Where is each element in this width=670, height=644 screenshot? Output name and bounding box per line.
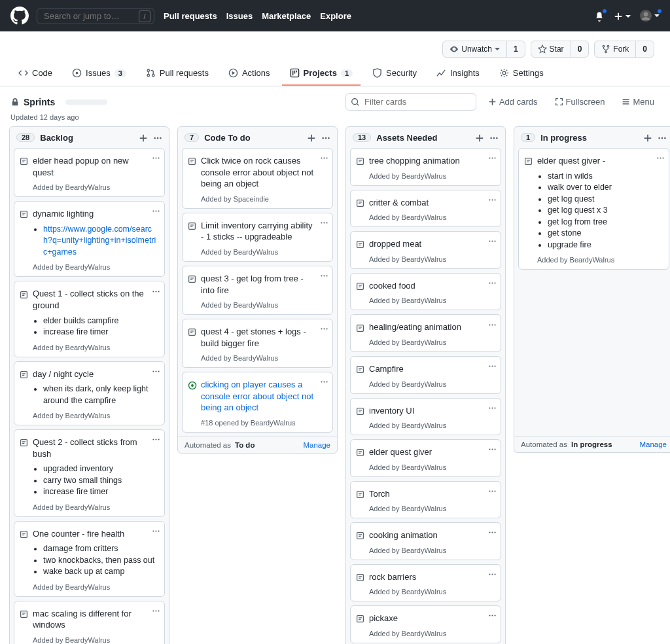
card-menu-button[interactable] [488,236,497,245]
tab-projects[interactable]: Projects1 [282,63,361,86]
manage-automation-link[interactable]: Manage [303,441,330,449]
card-menu-button[interactable] [488,194,497,204]
column-menu-button[interactable] [153,132,162,143]
tab-settings[interactable]: Settings [491,63,552,86]
card[interactable]: dropped meatAdded by BeardyWalrus [350,231,501,269]
card[interactable]: Quest 1 - collect sticks on the groundel… [14,281,165,357]
card-menu-button[interactable] [488,444,497,454]
card[interactable]: mac scaling is different for windowsAdde… [14,601,165,644]
card-menu-button[interactable] [152,605,160,615]
column-menu-button[interactable] [658,132,667,143]
card-menu-button[interactable] [320,270,328,280]
card-menu-button[interactable] [152,366,160,376]
card-menu-button[interactable] [488,527,497,537]
card[interactable]: elder quest giverAdded by BeardyWalrus [350,439,501,477]
card-issue[interactable]: clicking on player causes a console erro… [182,372,333,433]
card-menu-button[interactable] [152,152,160,162]
global-search[interactable]: / [37,8,154,24]
svg-point-20 [158,158,160,159]
card-menu-button[interactable] [152,206,160,215]
fork-button[interactable]: Fork 0 [594,41,654,58]
card-menu-button[interactable] [488,319,497,329]
card[interactable]: CampfireAdded by BeardyWalrus [350,356,501,394]
card[interactable]: Limit inventory carrying ability - 1 sti… [182,213,333,262]
notifications-icon[interactable] [594,10,605,21]
column-add-card-button[interactable] [643,132,652,143]
card[interactable]: cooked foodAdded by BeardyWalrus [350,273,501,311]
card-menu-button[interactable] [488,402,497,412]
note-icon [20,289,28,298]
card[interactable]: TorchAdded by BeardyWalrus [350,481,501,519]
unwatch-button[interactable]: Unwatch 1 [442,41,525,58]
menu-button[interactable]: Menu [616,94,660,109]
card-menu-button[interactable] [152,285,160,295]
tab-issues[interactable]: Issues3 [64,63,134,86]
svg-rect-113 [357,491,364,497]
card[interactable]: pickaxeAdded by BeardyWalrus [350,605,501,643]
tab-pulls[interactable]: Pull requests [138,63,217,86]
nav-explore[interactable]: Explore [320,11,351,21]
column-add-card-button[interactable] [475,132,484,143]
card[interactable]: quest 3 - get log from tree - into fireA… [182,266,333,315]
svg-point-68 [326,276,328,277]
card[interactable]: rock barriersAdded by BeardyWalrus [350,564,501,602]
card[interactable]: dynamic lightinghttps://www.google.com/s… [14,201,165,277]
card-menu-button[interactable] [488,486,497,495]
card-menu-button[interactable] [488,152,497,162]
card-menu-button[interactable] [320,217,328,227]
tab-actions[interactable]: Actions [220,63,278,86]
svg-rect-121 [357,574,364,581]
nav-marketplace[interactable]: Marketplace [262,11,311,21]
fullscreen-button[interactable]: Fullscreen [550,94,610,109]
column-assets: 13 Assets Needed tree chopping animation… [345,126,506,644]
column-menu-button[interactable] [489,132,499,143]
svg-point-60 [326,158,328,159]
user-avatar-menu[interactable] [640,10,660,22]
repo-action-bar: Unwatch 1 Star 0 Fork 0 [0,31,670,63]
tab-security[interactable]: Security [364,63,425,86]
card-menu-button[interactable] [320,152,328,162]
column-add-card-button[interactable] [139,132,148,143]
note-icon [356,322,364,332]
svg-point-28 [158,291,160,292]
column-code-todo: 7 Code To do Click twice on rock causes … [177,126,338,454]
card-menu-button[interactable] [488,361,497,370]
manage-automation-link[interactable]: Manage [639,440,667,448]
card[interactable]: elder quest giver -start in wildswalk ov… [518,148,669,270]
card[interactable]: Click twice on rock causes console error… [182,148,333,209]
card[interactable]: Quest 2 - collect sticks from bushupgrad… [14,429,165,517]
add-cards-button[interactable]: Add cards [483,94,543,109]
column-add-card-button[interactable] [307,132,316,143]
card[interactable]: critter & combatAdded by BeardyWalrus [350,190,501,228]
card-menu-button[interactable] [488,277,497,287]
column-name: In progress [540,133,638,143]
github-logo-icon[interactable] [10,7,29,25]
tab-insights[interactable]: Insights [429,63,487,86]
filter-input[interactable] [345,93,476,111]
nav-issues[interactable]: Issues [226,11,253,21]
card-menu-button[interactable] [152,526,160,535]
card-menu-button[interactable] [320,323,328,333]
card[interactable]: inventory UIAdded by BeardyWalrus [350,398,501,436]
search-input[interactable] [37,8,154,24]
card[interactable]: quest 4 - get stones + logs - build bigg… [182,319,333,368]
svg-point-58 [321,158,322,159]
card[interactable]: cooking animationAdded by BeardyWalrus [350,522,501,560]
nav-pulls[interactable]: Pull requests [164,11,217,21]
filter-cards[interactable] [345,93,476,111]
card[interactable]: One counter - fire healthdamage from cri… [14,521,165,597]
card-link[interactable]: https://www.google.com/search?q=unity+li… [43,224,158,259]
card[interactable]: healing/eating animationAdded by BeardyW… [350,314,501,352]
column-menu-button[interactable] [321,132,330,143]
card-menu-button[interactable] [320,376,328,386]
card[interactable]: tree chopping animationAdded by BeardyWa… [350,148,501,186]
tab-code[interactable]: Code [10,63,60,86]
card[interactable]: elder head popup on new questAdded by Be… [14,148,165,197]
star-button[interactable]: Star 0 [531,41,590,58]
create-new-dropdown[interactable] [614,10,631,21]
card-menu-button[interactable] [152,434,160,444]
card[interactable]: day / night cyclewhen its dark, only kee… [14,361,165,426]
card-menu-button[interactable] [488,569,497,579]
card-menu-button[interactable] [488,610,497,620]
card-menu-button[interactable] [656,152,665,162]
